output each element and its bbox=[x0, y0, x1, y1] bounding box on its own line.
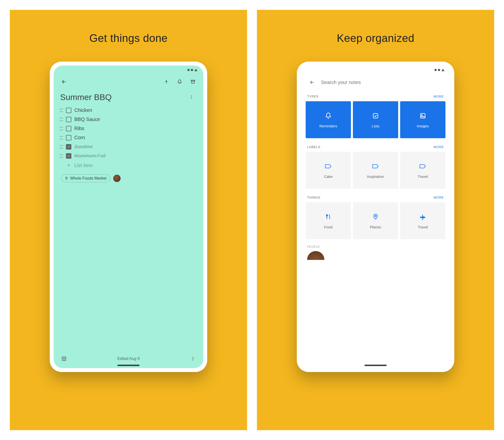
archive-icon[interactable] bbox=[188, 76, 198, 87]
tile-thing-food[interactable]: Food bbox=[306, 202, 351, 239]
section-label: LABELS bbox=[307, 145, 320, 149]
section-label: TYPES bbox=[307, 95, 319, 98]
plus-icon: + bbox=[66, 162, 71, 169]
tile-label: Reminders bbox=[319, 124, 337, 128]
tile-thing-travel[interactable]: Travel bbox=[400, 202, 445, 239]
checkbox-checked[interactable]: ✓ bbox=[66, 144, 71, 150]
checkbox-icon bbox=[371, 112, 380, 120]
status-icon bbox=[438, 69, 440, 71]
tile-label-travel[interactable]: Travel bbox=[400, 152, 445, 189]
note-title[interactable]: Summer BBQ bbox=[60, 92, 186, 102]
bottom-overflow-menu[interactable] bbox=[188, 353, 198, 364]
section-more-link[interactable]: MORE bbox=[434, 145, 444, 149]
svg-rect-9 bbox=[373, 113, 378, 118]
note-title-row: Summer BBQ bbox=[54, 89, 203, 105]
location-chip-label: Whole Foods Market bbox=[70, 176, 107, 181]
section-header: THINGS MORE bbox=[306, 193, 445, 202]
checklist-item[interactable]: ✓ Aluminum Foil bbox=[59, 152, 198, 160]
tile-lists[interactable]: Lists bbox=[353, 101, 398, 138]
wifi-icon bbox=[441, 69, 444, 71]
drag-handle-icon[interactable] bbox=[60, 145, 63, 149]
chip-row: Whole Foods Market bbox=[54, 170, 203, 187]
wifi-icon bbox=[194, 69, 197, 71]
section-header: LABELS MORE bbox=[306, 143, 445, 152]
tile-label-cake[interactable]: Cake bbox=[306, 152, 351, 189]
checklist-item[interactable]: Corn bbox=[59, 133, 198, 142]
panel-right: Keep organized TYPES MORE bbox=[257, 10, 494, 430]
svg-rect-0 bbox=[191, 80, 195, 81]
panel-left: Get things done bbox=[10, 10, 247, 430]
location-pin-icon bbox=[65, 177, 68, 180]
checklist-item-label: Ribs bbox=[74, 126, 84, 131]
checkbox-checked[interactable]: ✓ bbox=[66, 153, 71, 159]
phone-screen-left: Summer BBQ Chicken BBQ Sauce bbox=[54, 66, 203, 368]
checklist: Chicken BBQ Sauce Ribs Corn bbox=[54, 105, 203, 170]
svg-point-4 bbox=[66, 178, 67, 178]
checklist-item[interactable]: Ribs bbox=[59, 124, 198, 133]
section-header: PEOPLE bbox=[306, 244, 445, 251]
svg-point-11 bbox=[422, 115, 423, 116]
tag-icon bbox=[419, 162, 427, 170]
checkbox[interactable] bbox=[66, 108, 71, 113]
section-types: TYPES MORE Reminders Lists bbox=[301, 92, 450, 143]
checklist-item[interactable]: Chicken bbox=[59, 106, 198, 115]
pin-icon[interactable] bbox=[161, 76, 172, 87]
section-things: THINGS MORE Food Places bbox=[301, 193, 450, 244]
section-more-link[interactable]: MORE bbox=[434, 95, 444, 98]
tile-label: Travel bbox=[418, 225, 428, 229]
tile-images[interactable]: Images bbox=[400, 101, 445, 138]
checklist-item[interactable]: BBQ Sauce bbox=[59, 115, 198, 124]
svg-point-6 bbox=[193, 357, 193, 358]
drag-handle-icon[interactable] bbox=[60, 136, 63, 139]
checklist-item[interactable]: ✓ Zucchini bbox=[59, 142, 198, 151]
status-icon bbox=[435, 69, 437, 71]
person-avatar[interactable] bbox=[307, 251, 324, 260]
section-people: PEOPLE bbox=[301, 244, 450, 251]
add-attachment-button[interactable] bbox=[59, 353, 69, 364]
checkbox[interactable] bbox=[66, 126, 71, 131]
section-more-link[interactable]: MORE bbox=[434, 196, 444, 199]
tile-reminders[interactable]: Reminders bbox=[306, 101, 351, 138]
location-pin-icon bbox=[371, 213, 380, 221]
section-labels: LABELS MORE Cake Inspiration bbox=[301, 143, 450, 193]
tile-grid-things: Food Places Travel bbox=[306, 202, 445, 244]
image-icon bbox=[419, 112, 427, 120]
drag-handle-icon[interactable] bbox=[60, 154, 63, 158]
checkbox[interactable] bbox=[66, 117, 71, 122]
svg-point-2 bbox=[191, 97, 192, 98]
tile-thing-places[interactable]: Places bbox=[353, 202, 398, 239]
status-icon bbox=[188, 69, 189, 71]
drag-handle-icon[interactable] bbox=[60, 118, 63, 121]
status-icon bbox=[191, 69, 193, 71]
reminder-bell-icon[interactable] bbox=[174, 76, 185, 87]
section-header: TYPES MORE bbox=[306, 92, 445, 101]
phone-frame-right: TYPES MORE Reminders Lists bbox=[297, 62, 454, 372]
checkbox[interactable] bbox=[66, 135, 71, 140]
add-list-item[interactable]: + List item bbox=[59, 161, 198, 170]
panel-title-left: Get things done bbox=[89, 32, 168, 44]
checklist-item-label: Zucchini bbox=[74, 144, 93, 150]
tile-label: Places bbox=[370, 225, 381, 229]
drag-handle-icon[interactable] bbox=[60, 127, 63, 130]
drag-handle-icon[interactable] bbox=[60, 109, 63, 112]
checklist-item-label: BBQ Sauce bbox=[74, 117, 100, 122]
bell-icon bbox=[324, 112, 332, 120]
collaborator-avatar[interactable] bbox=[113, 175, 121, 182]
tile-label: Cake bbox=[324, 174, 332, 179]
back-button[interactable] bbox=[307, 77, 317, 88]
note-top-bar bbox=[54, 74, 203, 89]
home-indicator bbox=[364, 365, 387, 366]
tile-grid-labels: Cake Inspiration Travel bbox=[306, 152, 445, 193]
section-label: PEOPLE bbox=[307, 245, 320, 249]
tile-label: Food bbox=[324, 225, 332, 229]
search-input[interactable] bbox=[321, 80, 444, 85]
tile-label: Lists bbox=[372, 124, 379, 128]
back-button[interactable] bbox=[59, 76, 69, 87]
people-row bbox=[301, 251, 450, 262]
panel-title-right: Keep organized bbox=[337, 32, 414, 44]
phone-frame-left: Summer BBQ Chicken BBQ Sauce bbox=[50, 62, 207, 372]
location-chip[interactable]: Whole Foods Market bbox=[61, 174, 110, 182]
note-overflow-menu[interactable] bbox=[186, 92, 197, 102]
tile-label-inspiration[interactable]: Inspiration bbox=[353, 152, 398, 189]
search-bar bbox=[301, 74, 450, 92]
